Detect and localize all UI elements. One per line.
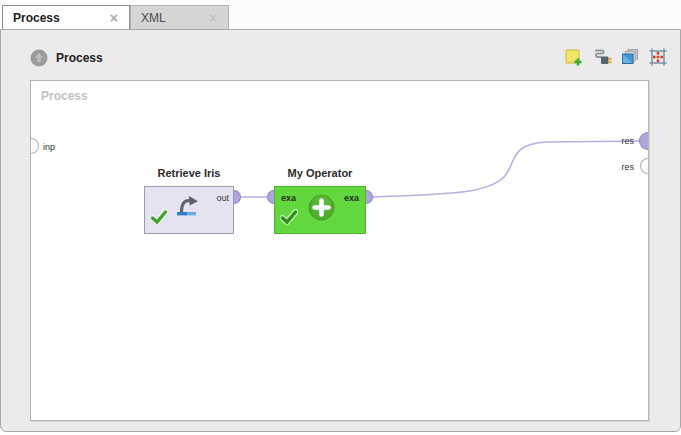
auto-fit-button[interactable] <box>648 47 668 67</box>
operator-my-operator-title: My Operator <box>264 167 376 179</box>
navigate-up-icon <box>30 55 48 70</box>
plus-icon <box>308 194 335 225</box>
add-note-button[interactable] <box>563 47 583 67</box>
close-icon[interactable]: × <box>108 11 120 25</box>
input-port-label: inp <box>43 142 55 152</box>
connections-layer <box>31 81 650 422</box>
result-port-1-label: res <box>621 136 634 146</box>
exa-in-port-label: exa <box>281 193 296 203</box>
add-note-icon <box>563 55 583 70</box>
layers-button[interactable] <box>620 47 640 67</box>
layers-icon <box>620 55 640 70</box>
operator-retrieve-iris[interactable]: out <box>144 186 234 234</box>
result-port-2-label: res <box>621 162 634 172</box>
connection-operator-to-result[interactable] <box>373 141 642 197</box>
operator-my-operator[interactable]: exa exa <box>274 186 366 234</box>
tab-process[interactable]: Process × <box>2 5 130 29</box>
process-canvas[interactable]: Process inp res res Retrieve Iris out <box>30 80 649 421</box>
tab-xml-label: XML <box>141 11 166 25</box>
operator-retrieve-iris-title: Retrieve Iris <box>134 167 244 179</box>
status-check-icon <box>150 209 168 229</box>
navigate-up-button[interactable] <box>30 49 48 67</box>
tab-process-label: Process <box>13 11 60 25</box>
close-icon[interactable]: × <box>207 11 219 25</box>
tab-bar: Process × XML × <box>0 0 681 29</box>
auto-wire-button[interactable] <box>592 47 612 67</box>
my-operator-exa-in-port[interactable] <box>267 190 274 204</box>
tab-xml[interactable]: XML × <box>130 5 229 29</box>
retrieve-arrow-icon <box>172 193 202 223</box>
plug-icon <box>592 55 612 70</box>
panel-title: Process <box>56 51 103 65</box>
out-port-label: out <box>216 193 229 203</box>
auto-fit-icon <box>648 55 668 70</box>
exa-out-port-label: exa <box>344 193 359 203</box>
status-check-icon <box>280 209 298 229</box>
